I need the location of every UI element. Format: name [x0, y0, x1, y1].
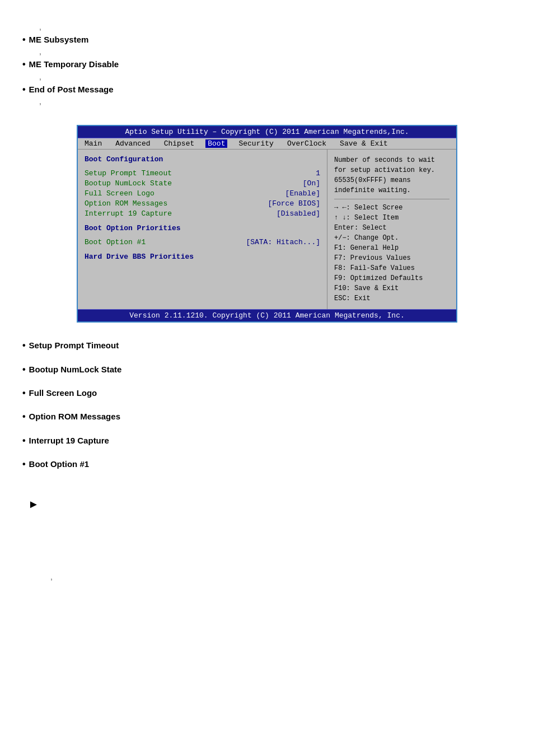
bios-value-fullscreen: [Enable]	[285, 189, 320, 198]
bios-left-panel: Boot Configuration Setup Prompt Timeout …	[78, 150, 327, 309]
bios-divider1	[85, 220, 320, 224]
bios-key-line9: F10: Save & Exit	[334, 283, 449, 293]
bios-key-line1: → ←: Select Scree	[334, 203, 449, 213]
bios-body: Boot Configuration Setup Prompt Timeout …	[78, 150, 456, 309]
bios-key-line8: F9: Optimized Defaults	[334, 273, 449, 283]
bios-row-fullscreen: Full Screen Logo [Enable]	[85, 189, 320, 198]
middle-comma3: ,	[22, 97, 512, 106]
bios-menu-boot[interactable]: Boot	[205, 139, 227, 148]
bios-key-line2: ↑ ↓: Select Item	[334, 213, 449, 223]
bios-menu-main[interactable]: Main	[82, 139, 104, 148]
bios-section-hdd-priorities: Hard Drive BBS Priorities	[85, 253, 320, 261]
bullet-icon: •	[22, 58, 26, 71]
me-temporary-disable-label: ME Temporary Disable	[29, 58, 119, 70]
bullet-icon: •	[22, 435, 26, 447]
bullet-icon: •	[22, 363, 26, 376]
bios-menu-save-exit[interactable]: Save & Exit	[338, 139, 390, 148]
bios-row-option-rom: Option ROM Messages [Force BIOS]	[85, 199, 320, 208]
bios-row-interrupt19: Interrupt 19 Capture [Disabled]	[85, 209, 320, 218]
interrupt-19-capture-label: Interrupt 19 Capture	[29, 435, 109, 446]
me-subsystem-label: ME Subsystem	[29, 34, 89, 45]
middle-comma1: ,	[22, 47, 512, 56]
right-arrow: ►	[22, 498, 512, 511]
bottom-comma: ,	[22, 572, 512, 581]
bios-separator	[334, 199, 449, 199]
bios-menu-overclock[interactable]: OverClock	[285, 139, 329, 148]
middle-section: • Setup Prompt Timeout • Bootup NumLock …	[22, 334, 512, 521]
option-rom-messages-item: • Option ROM Messages	[22, 410, 512, 423]
bios-value-numlock: [On]	[303, 179, 320, 188]
bios-help-line2: for setup activation key.	[334, 165, 449, 175]
bios-value-interrupt19: [Disabled]	[277, 209, 320, 218]
option-rom-messages-label: Option ROM Messages	[29, 410, 120, 422]
bios-key-line4: +/−: Change Opt.	[334, 233, 449, 243]
bios-help-line1: Number of seconds to wait	[334, 155, 449, 165]
bios-value-setup-timeout: 1	[316, 169, 320, 178]
bios-label-numlock: Bootup NumLock State	[85, 179, 172, 188]
me-temporary-disable-item: • ME Temporary Disable	[22, 58, 512, 71]
bootup-numlock-item: • Bootup NumLock State	[22, 363, 512, 376]
bios-label-interrupt19: Interrupt 19 Capture	[85, 209, 172, 218]
bios-value-boot-option1: [SATA: Hitach...]	[246, 238, 320, 246]
middle-comma2: ,	[22, 72, 512, 81]
bios-footer: Version 2.11.1210. Copyright (C) 2011 Am…	[78, 309, 456, 321]
bios-screenshot: Aptio Setup Utility – Copyright (C) 2011…	[77, 125, 457, 323]
bullet-icon: •	[22, 34, 26, 46]
bios-key-line6: F7: Previous Values	[334, 253, 449, 263]
bios-menu-bar: Main Advanced Chipset Boot Security Over…	[78, 138, 456, 150]
boot-option-1-item: • Boot Option #1	[22, 458, 512, 470]
bios-menu-security[interactable]: Security	[236, 139, 275, 148]
bios-key-line7: F8: Fail-Safe Values	[334, 263, 449, 273]
bios-help-line3: 65535(0xFFFF) means	[334, 175, 449, 185]
top-section: , • ME Subsystem , • ME Temporary Disabl…	[22, 11, 512, 114]
bios-right-panel: Number of seconds to wait for setup acti…	[327, 150, 456, 309]
bullet-icon: •	[22, 458, 26, 470]
bios-help-description: Number of seconds to wait for setup acti…	[334, 155, 449, 195]
bios-value-option-rom: [Force BIOS]	[268, 199, 320, 208]
bios-label-fullscreen: Full Screen Logo	[85, 189, 154, 198]
bullet-icon: •	[22, 83, 26, 96]
bios-key-line5: F1: General Help	[334, 243, 449, 253]
bullet-icon: •	[22, 387, 26, 399]
bios-row-boot-option1: Boot Option #1 [SATA: Hitach...]	[85, 238, 320, 246]
bios-help-line4: indefinite waiting.	[334, 185, 449, 195]
bios-label-option-rom: Option ROM Messages	[85, 199, 167, 208]
bios-label-setup-timeout: Setup Prompt Timeout	[85, 169, 172, 178]
bios-menu-advanced[interactable]: Advanced	[113, 139, 152, 148]
bios-key-line10: ESC: Exit	[334, 293, 449, 304]
bootup-numlock-label: Bootup NumLock State	[29, 363, 122, 375]
bios-section-boot-priorities: Boot Option Priorities	[85, 224, 320, 232]
full-screen-logo-item: • Full Screen Logo	[22, 387, 512, 399]
full-screen-logo-label: Full Screen Logo	[29, 387, 97, 399]
bios-row-setup-timeout: Setup Prompt Timeout 1	[85, 169, 320, 178]
bios-label-boot-option1: Boot Option #1	[85, 238, 146, 246]
top-comma: ,	[22, 22, 512, 31]
bios-menu-chipset[interactable]: Chipset	[162, 139, 197, 148]
spacer	[22, 522, 512, 556]
bios-divider2	[85, 248, 320, 253]
bios-row-numlock: Bootup NumLock State [On]	[85, 179, 320, 188]
bios-section-boot-config: Boot Configuration	[85, 155, 320, 164]
bios-key-line3: Enter: Select	[334, 223, 449, 233]
me-subsystem-item: • ME Subsystem	[22, 34, 512, 46]
setup-prompt-timeout-item: • Setup Prompt Timeout	[22, 339, 512, 352]
setup-prompt-timeout-label: Setup Prompt Timeout	[29, 339, 119, 351]
bios-title: Aptio Setup Utility – Copyright (C) 2011…	[78, 126, 456, 138]
bullet-icon: •	[22, 339, 26, 352]
boot-option-1-label: Boot Option #1	[29, 458, 90, 470]
interrupt-19-capture-item: • Interrupt 19 Capture	[22, 435, 512, 447]
bios-key-help: → ←: Select Scree ↑ ↓: Select Item Enter…	[334, 203, 449, 304]
end-of-post-message-label: End of Post Message	[29, 83, 114, 95]
end-of-post-message-item: • End of Post Message	[22, 83, 512, 96]
bullet-icon: •	[22, 410, 26, 423]
